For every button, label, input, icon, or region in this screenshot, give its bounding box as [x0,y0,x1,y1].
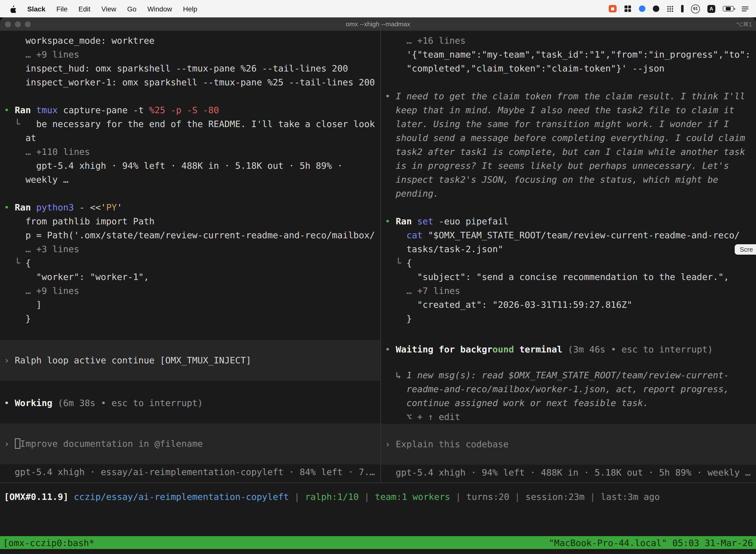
slim-toggle-icon[interactable] [681,5,684,12]
spacer [381,75,756,89]
text-segment: tmux [36,105,58,115]
injected-prompt[interactable]: › Ralph loop active continue [OMX_TMUX_I… [0,353,380,367]
text-segment: readme-and-reco/mailbox/worker-1.json, a… [385,384,729,394]
text-segment: Ran [15,202,36,213]
prompt-input-band[interactable]: › Explain this codebase [381,424,756,465]
window-grid-icon[interactable] [624,5,631,12]
menu-edit[interactable]: Edit [73,5,96,13]
terminal-line: cat "$OMX_TEAM_STATE_ROOT/team/review-cu… [381,228,756,242]
text-segment: %25 -p -S -80 [149,105,219,115]
traffic-lights [0,21,35,27]
text-segment: set [417,216,433,226]
right-pane[interactable]: … +16 lines '{"team_name":"my-team","tas… [381,31,756,483]
text-segment: ↳ 1 new msg(s): read $OMX_TEAM_STATE_ROO… [385,370,729,380]
terminal-line: gpt-5.4 xhigh · 94% left · 488K in · 5.1… [0,159,380,173]
text-segment: pending. [385,188,439,199]
text-segment: from pathlib import Path [4,216,154,226]
spacer [381,326,756,342]
text-segment: python3 [36,202,74,213]
text-segment: gpt-5.4 xhigh · 94% left · 488K in · 5.1… [4,160,342,171]
injected-prompt-band[interactable]: › Ralph loop active continue [OMX_TMUX_I… [0,340,380,381]
text-segment: '{"team_name":"my-team","task_id":"1","f… [385,49,751,60]
text-segment: ⌥ + ↑ edit [385,411,460,422]
window-title-bar[interactable]: omx --xhigh --madmax ⌥⌘1 [0,17,756,31]
text-segment: … +110 lines [4,147,90,157]
text-segment: team:1 workers [375,491,450,502]
text-segment: … +9 lines [4,49,79,60]
text-segment: "completed","claim_token":"claim-token"}… [385,63,665,73]
prompt-input[interactable]: › Improve documentation in @filename [0,437,380,451]
tmux-host-clock: "MacBook-Pro-44.local" 05:03 31-Mar-26 [549,537,753,548]
dark-circle-icon[interactable] [653,5,659,12]
dots-grid-icon[interactable] [667,5,674,12]
terminal-line: } [381,312,756,326]
battery-icon[interactable] [723,6,734,11]
menu-lines-icon[interactable] [741,5,749,12]
menu-go[interactable]: Go [122,5,142,13]
text-segment: • [385,216,396,226]
text-segment: cczip/essay/ai-reimplementation-copyleft [74,491,289,502]
stop-recording-icon[interactable] [609,5,617,12]
text-segment: … +3 lines [4,244,79,254]
terminal-line: keep that in mind. Maybe I also need the… [381,103,756,117]
terminal-line: • Ran tmux capture-pane -t %25 -p -S -80 [0,103,380,117]
text-segment: gpt-5.4 xhigh · essay/ai-reimplementatio… [4,466,375,477]
text-segment: { [25,258,31,268]
minimize-button[interactable] [15,21,21,27]
text-segment: | [450,491,466,502]
text-segment: Waiting for backgr [396,344,492,354]
edit-hint: ⌥ + ↑ edit [381,410,756,424]
text-segment [385,230,406,240]
terminal-line: └ { [0,256,380,270]
menu-window[interactable]: Window [142,5,178,13]
close-button[interactable] [5,21,11,27]
terminal-line: } [0,312,380,326]
apple-menu[interactable] [5,4,22,13]
menu-view[interactable]: View [96,5,122,13]
left-pane[interactable]: workspace_mode: worktree … +9 lines insp… [0,31,381,483]
text-segment: tasks/task-2.json" [385,244,503,254]
terminal-line: continue assigned work or next feasible … [381,396,756,410]
text-segment: Ran [396,216,417,226]
terminal-line: pending. [381,187,756,201]
text-segment: ] [4,299,42,310]
menu-help[interactable]: Help [178,5,203,13]
menu-file[interactable]: File [51,5,73,13]
apple-icon [9,4,16,13]
text-segment: - <<' [74,202,106,213]
terminal-line: "worker": "worker-1", [0,270,380,284]
text-segment: { [406,258,412,268]
prompt-input-band[interactable]: › Improve documentation in @filename [0,424,380,464]
text-segment: "worker": "worker-1", [4,272,149,282]
text-segment: … +16 lines [385,35,465,46]
prompt-input[interactable]: › Explain this codebase [381,437,756,451]
text-segment: inspect_hud: omx sparkshell --tmux-pane … [4,63,348,73]
terminal-line: tasks/task-2.json" [381,242,756,256]
text-segment: inspect task2's JSON, focusing on the st… [385,174,718,185]
app-menu-slack[interactable]: Slack [22,5,51,13]
text-cursor [15,438,20,449]
terminal-line: "subject": "send a concise recommendatio… [381,270,756,284]
terminal-line: inspect_worker-1: omx sparkshell --tmux-… [0,75,380,89]
spacer [0,326,380,340]
menu-bar: Slack File Edit View Go Window Help 61 A [0,0,756,17]
menu-bar-status-icons: 61 A [609,4,751,13]
terminal-line: task2 after task1 is complete, but can I… [381,145,756,159]
zoom-button[interactable] [25,21,31,27]
text-segment: PY [106,202,117,213]
text-segment: • [385,344,396,354]
text-segment: … +7 lines [385,285,460,296]
battery-percent-badge[interactable]: 61 [691,4,700,13]
blue-app-icon[interactable] [639,5,645,12]
spacer [0,187,380,201]
tmux-session-label: [omx-cczip0:bash* [3,537,94,548]
text-segment: gpt-5.4 xhigh · 94% left · 488K in · 5.1… [385,467,751,478]
text-segment: continue assigned work or next feasible … [385,398,648,408]
text-segment: session:23m [525,491,584,502]
input-source-icon[interactable]: A [707,5,715,13]
text-segment: is in progress? It seems likely but perh… [385,160,729,171]
text-segment: "$OMX_TEAM_STATE_ROOT/team/review-curren… [423,230,740,240]
screenshot-notification[interactable]: Scre [735,244,756,255]
text-segment: capture-pane -t [58,105,149,115]
text-segment: "created_at": "2026-03-31T11:59:27.816Z" [385,299,632,310]
